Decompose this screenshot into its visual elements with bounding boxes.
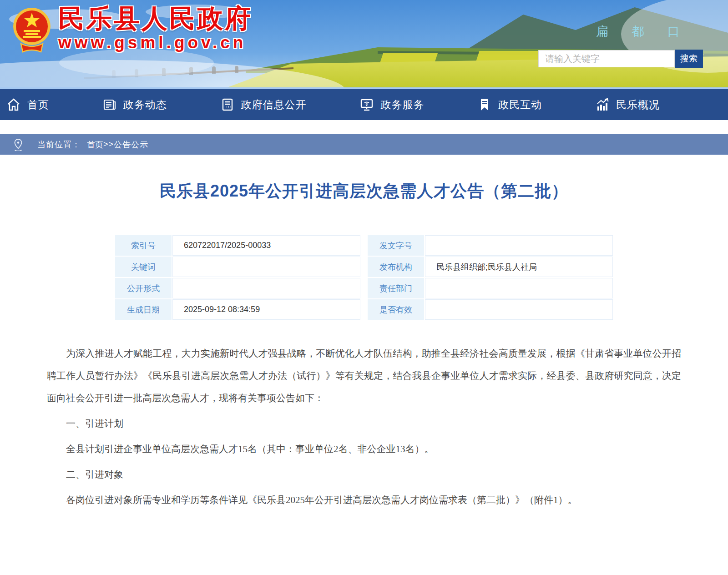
nav-item-services[interactable]: 政务服务 — [359, 97, 424, 112]
meta-table-right: 发文字号 发布机构 民乐县组织部;民乐县人社局 责任部门 是否有效 — [368, 235, 613, 321]
nav-item-home[interactable]: 首页 — [6, 97, 49, 112]
nav-item-info-disclosure[interactable]: 政府信息公开 — [220, 97, 307, 112]
meta-value-disclosure-form — [172, 278, 360, 298]
search-input[interactable] — [538, 50, 675, 67]
nav-item-label: 政民互动 — [498, 98, 542, 112]
nav-item-overview[interactable]: 民乐概况 — [595, 97, 660, 112]
meta-value-publisher: 民乐县组织部;民乐县人社局 — [425, 257, 613, 277]
site-banner: 扁 都 口 民乐县人民政府 www.gsml.gov.cn 搜索 — [0, 0, 728, 87]
bookmark-icon — [477, 97, 492, 112]
meta-value-responsible-dept — [425, 278, 613, 298]
location-pin-icon — [13, 138, 24, 151]
article-body: 为深入推进人才赋能工程，大力实施新时代人才强县战略，不断优化人才队伍结构，助推全… — [0, 343, 728, 535]
meta-label-doc-number: 发文字号 — [368, 235, 424, 256]
article-section-heading: 一、引进计划 — [47, 413, 681, 435]
document-icon — [220, 97, 235, 112]
table-row: 关键词 — [115, 257, 360, 277]
table-row: 索引号 620722017/2025-00033 — [115, 235, 360, 256]
page-title: 民乐县2025年公开引进高层次急需人才公告（第二批） — [18, 180, 710, 202]
national-emblem-icon — [12, 5, 52, 53]
search-bar: 搜索 — [538, 50, 703, 68]
meta-value-doc-number — [425, 235, 613, 256]
breadcrumb-current: 公告公示 — [114, 139, 148, 150]
nav-item-label: 政府信息公开 — [241, 98, 307, 112]
site-logo[interactable]: 民乐县人民政府 www.gsml.gov.cn — [12, 4, 253, 53]
nav-item-label: 政务服务 — [380, 98, 424, 112]
meta-table-left: 索引号 620722017/2025-00033 关键词 公开形式 生成日期 2… — [115, 235, 360, 321]
article-paragraph: 各岗位引进对象所需专业和学历等条件详见《民乐县2025年公开引进高层次急需人才岗… — [47, 489, 681, 511]
site-url: www.gsml.gov.cn — [58, 34, 253, 52]
bar-chart-icon — [595, 97, 610, 112]
table-row: 生成日期 2025-09-12 08:34:59 — [115, 299, 360, 320]
meta-label-validity: 是否有效 — [368, 299, 424, 320]
document-meta-table: 索引号 620722017/2025-00033 关键词 公开形式 生成日期 2… — [115, 235, 613, 321]
nav-item-interaction[interactable]: 政民互动 — [477, 97, 542, 112]
breadcrumb-home-link[interactable]: 首页 — [87, 139, 103, 150]
nav-item-label: 民乐概况 — [616, 98, 660, 112]
article-paragraph: 全县计划引进企事业单位高层次急需人才15名（其中：事业单位2名、非公企业13名）… — [47, 438, 681, 460]
table-row: 发文字号 — [368, 235, 613, 256]
banner-scene-text: 扁 都 口 — [596, 25, 690, 38]
meta-label-generated-date: 生成日期 — [115, 299, 172, 320]
meta-label-index-no: 索引号 — [115, 235, 172, 256]
meta-value-validity — [425, 299, 613, 320]
article-section-heading: 二、引进对象 — [47, 464, 681, 486]
table-row: 责任部门 — [368, 278, 613, 298]
table-row: 公开形式 — [115, 278, 360, 298]
breadcrumb-separator: >> — [103, 140, 114, 149]
meta-label-keywords: 关键词 — [115, 257, 172, 277]
site-name: 民乐县人民政府 — [58, 4, 253, 34]
spacer — [0, 120, 728, 134]
breadcrumb: 当前位置： 首页 >> 公告公示 — [0, 134, 728, 155]
meta-label-responsible-dept: 责任部门 — [368, 278, 424, 298]
table-row: 是否有效 — [368, 299, 613, 320]
article-paragraph: 为深入推进人才赋能工程，大力实施新时代人才强县战略，不断优化人才队伍结构，助推全… — [47, 343, 681, 409]
nav-item-news[interactable]: 政务动态 — [102, 97, 167, 112]
meta-value-index-no: 620722017/2025-00033 — [172, 235, 360, 256]
table-row: 发布机构 民乐县组织部;民乐县人社局 — [368, 257, 613, 277]
meta-value-generated-date: 2025-09-12 08:34:59 — [172, 299, 360, 320]
home-icon — [6, 97, 21, 112]
nav-item-label: 首页 — [27, 98, 49, 112]
search-button[interactable]: 搜索 — [675, 50, 703, 68]
news-icon — [102, 97, 117, 112]
meta-value-keywords — [172, 257, 360, 277]
meta-label-disclosure-form: 公开形式 — [115, 278, 172, 298]
breadcrumb-location-label: 当前位置： — [37, 139, 81, 150]
monitor-wifi-icon — [359, 97, 374, 112]
nav-item-label: 政务动态 — [123, 98, 167, 112]
main-nav: 首页 政务动态 政府信息公开 政务服务 政民互动 — [0, 87, 728, 120]
meta-label-publisher: 发布机构 — [368, 257, 424, 277]
